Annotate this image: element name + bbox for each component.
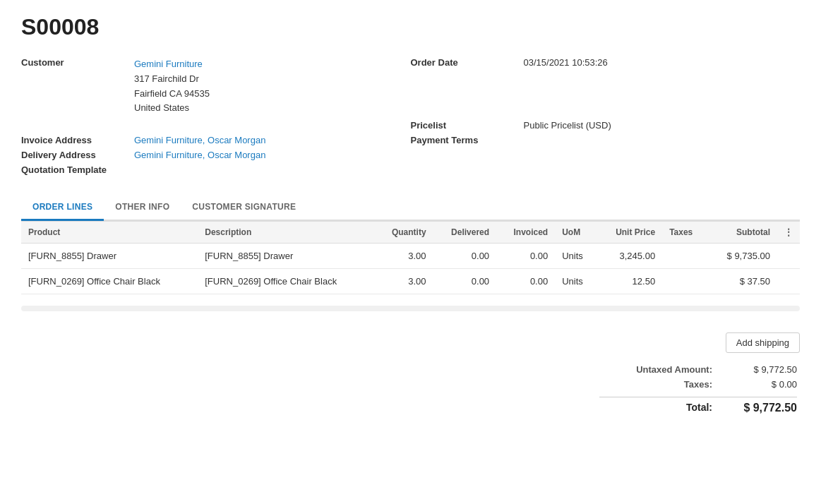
row1-delivered: 0.00 bbox=[433, 244, 497, 269]
taxes-value: $ 0.00 bbox=[726, 379, 797, 390]
pricelist-label: Pricelist bbox=[411, 120, 524, 131]
row2-unit-price: 12.50 bbox=[597, 269, 662, 294]
row1-product: [FURN_8855] Drawer bbox=[21, 244, 198, 269]
delivery-address-label: Delivery Address bbox=[21, 150, 134, 160]
horizontal-scrollbar[interactable] bbox=[21, 306, 800, 311]
add-shipping-row: Add shipping bbox=[21, 332, 800, 353]
customer-name-link[interactable]: Gemini Furniture bbox=[134, 59, 203, 69]
total-label: Total: bbox=[621, 402, 712, 414]
table-row: [FURN_8855] Drawer [FURN_8855] Drawer 3.… bbox=[21, 244, 800, 269]
totals-section: Untaxed Amount: $ 9,772.50 Taxes: $ 0.00… bbox=[21, 364, 800, 419]
payment-terms-label: Payment Terms bbox=[411, 135, 524, 145]
tab-order-lines[interactable]: ORDER LINES bbox=[21, 195, 104, 221]
col-header-quantity: Quantity bbox=[375, 222, 433, 244]
quotation-template-label: Quotation Template bbox=[21, 164, 134, 175]
col-header-taxes: Taxes bbox=[662, 222, 707, 244]
row1-unit-price: 3,245.00 bbox=[597, 244, 662, 269]
order-date-label: Order Date bbox=[411, 57, 524, 116]
row2-description: [FURN_0269] Office Chair Black bbox=[198, 269, 374, 294]
col-header-delivered: Delivered bbox=[433, 222, 497, 244]
table-row: [FURN_0269] Office Chair Black [FURN_026… bbox=[21, 269, 800, 294]
row1-invoiced: 0.00 bbox=[496, 244, 555, 269]
tab-other-info[interactable]: OTHER INFO bbox=[104, 195, 181, 221]
delivery-address-value: Gemini Furniture, Oscar Morgan bbox=[134, 150, 411, 160]
customer-address-line2: Fairfield CA 94535 bbox=[134, 87, 411, 102]
grand-total-row: Total: $ 9,772.50 bbox=[599, 397, 797, 414]
untaxed-amount-row: Untaxed Amount: $ 9,772.50 bbox=[599, 364, 797, 375]
customer-label: Customer bbox=[21, 57, 134, 116]
customer-address-line3: United States bbox=[134, 101, 411, 116]
col-header-subtotal: Subtotal bbox=[707, 222, 777, 244]
row2-product: [FURN_0269] Office Chair Black bbox=[21, 269, 198, 294]
customer-value: Gemini Furniture 317 Fairchild Dr Fairfi… bbox=[134, 57, 411, 116]
page-title: S00008 bbox=[21, 14, 800, 40]
delivery-address-link[interactable]: Gemini Furniture, Oscar Morgan bbox=[134, 150, 265, 160]
total-value: $ 9,772.50 bbox=[726, 402, 797, 414]
invoice-address-link[interactable]: Gemini Furniture, Oscar Morgan bbox=[134, 135, 265, 145]
col-header-uom: UoM bbox=[555, 222, 597, 244]
pricelist-value: Public Pricelist (USD) bbox=[524, 120, 801, 131]
row1-uom: Units bbox=[555, 244, 597, 269]
row1-subtotal: $ 9,735.00 bbox=[707, 244, 777, 269]
row1-menu[interactable] bbox=[777, 244, 800, 269]
row2-quantity: 3.00 bbox=[375, 269, 433, 294]
col-header-unit-price: Unit Price bbox=[597, 222, 662, 244]
order-date-value: 03/15/2021 10:53:26 bbox=[524, 57, 801, 116]
order-lines-table: Product Description Quantity Delivered I… bbox=[21, 221, 800, 294]
row2-invoiced: 0.00 bbox=[496, 269, 555, 294]
row2-delivered: 0.00 bbox=[433, 269, 497, 294]
tabs-bar: ORDER LINES OTHER INFO CUSTOMER SIGNATUR… bbox=[21, 195, 800, 221]
col-header-product: Product bbox=[21, 222, 198, 244]
payment-terms-value bbox=[524, 135, 801, 145]
quotation-template-value bbox=[134, 164, 411, 175]
add-shipping-button[interactable]: Add shipping bbox=[726, 332, 800, 353]
untaxed-amount-label: Untaxed Amount: bbox=[621, 364, 712, 375]
taxes-row: Taxes: $ 0.00 bbox=[599, 379, 797, 390]
customer-address-line1: 317 Fairchild Dr bbox=[134, 72, 411, 87]
col-header-invoiced: Invoiced bbox=[496, 222, 555, 244]
col-header-menu: ⋮ bbox=[777, 222, 800, 244]
table-header-row: Product Description Quantity Delivered I… bbox=[21, 222, 800, 244]
row1-quantity: 3.00 bbox=[375, 244, 433, 269]
tab-customer-signature[interactable]: CUSTOMER SIGNATURE bbox=[181, 195, 307, 221]
row2-uom: Units bbox=[555, 269, 597, 294]
row2-menu[interactable] bbox=[777, 269, 800, 294]
row1-description: [FURN_8855] Drawer bbox=[198, 244, 374, 269]
invoice-address-value: Gemini Furniture, Oscar Morgan bbox=[134, 135, 411, 145]
invoice-address-label: Invoice Address bbox=[21, 135, 134, 145]
untaxed-amount-value: $ 9,772.50 bbox=[726, 364, 797, 375]
header-info-grid: Customer Gemini Furniture 317 Fairchild … bbox=[21, 57, 800, 175]
row2-taxes bbox=[662, 269, 707, 294]
footer-area: Add shipping Untaxed Amount: $ 9,772.50 … bbox=[21, 325, 800, 426]
row1-taxes bbox=[662, 244, 707, 269]
row2-subtotal: $ 37.50 bbox=[707, 269, 777, 294]
col-header-description: Description bbox=[198, 222, 374, 244]
taxes-label: Taxes: bbox=[621, 379, 712, 390]
